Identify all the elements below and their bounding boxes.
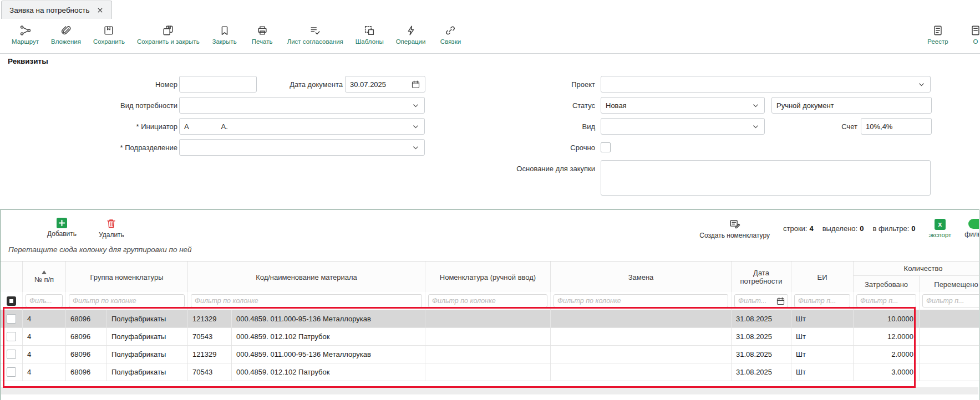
cell-material-code: 121329 [188,346,232,363]
department-select[interactable] [179,139,425,156]
save-and-close-label: Сохранить и закрыть [137,38,200,45]
create-nomenclature-label: Создать номенклатуру [699,232,770,239]
col-header-manual-nomenclature[interactable]: Номенклатура (ручной ввод) [425,261,551,293]
row-checkbox-cell [1,328,23,345]
cell-group-name: Полуфабрикаты [107,310,188,327]
urgent-label: Срочно [456,143,595,152]
route-button[interactable]: Маршрут [6,23,45,46]
department-label: * Подразделение [39,143,177,152]
add-row-button[interactable]: Добавить [47,218,77,239]
filter-input-num[interactable] [26,294,63,307]
status-label: Статус [456,101,595,110]
export-button[interactable]: x экспорт [929,219,952,238]
doc-date-input[interactable]: 30.07.2025 [345,76,425,93]
cell-num: 4 [23,328,66,345]
templates-button[interactable]: Шаблоны [349,23,390,46]
col-header-moved[interactable]: Перемещено [920,276,979,293]
chain-link-icon [444,24,456,37]
need-type-select[interactable] [179,97,425,114]
paperclip-icon [60,24,72,37]
filter-input-replacement[interactable] [554,294,728,307]
table-row[interactable]: 4 68096 Полуфабрикаты 121329 000.4859. 0… [1,346,979,363]
cell-requested: 12.0000 [854,328,920,345]
col-header-need-date[interactable]: Дата потребности [732,261,791,293]
cell-manual-nomenclature [425,310,551,327]
cell-need-date: 31.08.2025 [732,363,791,381]
filter-input-unit[interactable] [794,294,850,307]
registry-button[interactable]: Реестр [919,23,957,46]
account-label: Счет [802,122,857,131]
close-button[interactable]: Закрыть [206,23,243,46]
clipped-toolbar-label: О [973,38,978,45]
toolbar-right-group: Реестр О [919,23,980,46]
filter-input-manual-nomenclature[interactable] [428,294,547,307]
cell-need-date: 31.08.2025 [732,310,791,327]
col-header-requested[interactable]: Затребовано [854,276,920,293]
attachments-button[interactable]: Вложения [45,23,87,46]
calendar-icon[interactable] [411,80,420,89]
clipped-toolbar-button[interactable]: О [957,23,980,46]
cell-manual-nomenclature [425,328,551,345]
bookmark-close-icon [219,24,231,37]
cell-unit: Шт [791,310,854,327]
links-button[interactable]: Связки [431,23,469,46]
account-input[interactable] [861,118,932,135]
initiator-select[interactable]: А А. [179,118,425,135]
purchase-basis-textarea[interactable] [601,160,931,196]
templates-icon [363,24,375,37]
save-button[interactable]: Сохранить [87,23,131,46]
row-checkbox[interactable] [7,367,16,377]
row-checkbox[interactable] [7,350,16,359]
calendar-icon[interactable] [776,296,785,306]
print-button[interactable]: Печать [243,23,281,46]
grid-toolbar-right: Создать номенклатуру строки:4 выделено:0… [699,218,979,239]
filter-toggle[interactable] [968,219,979,229]
approval-sheet-button[interactable]: Лист согласования [281,23,349,46]
cell-material-code: 70543 [188,328,232,345]
filter-input-material[interactable] [191,294,422,307]
table-row[interactable]: 4 68096 Полуфабрикаты 121329 000.4859. 0… [1,310,979,328]
document-icon [969,24,980,37]
printer-icon [256,24,268,37]
row-checkbox[interactable] [7,332,16,341]
horizontal-scrollbar[interactable] [1,387,978,394]
filter-input-group[interactable] [69,294,185,307]
section-title-requisites: Реквизиты [8,57,48,65]
sort-asc-icon [42,270,47,274]
filter-cell-group [66,292,188,310]
in-filter-counter: в фильтре:0 [872,224,915,233]
delete-row-button[interactable]: Удалить [99,218,124,239]
app-window: Заявка на потребность Маршрут Вложения С… [0,0,980,400]
cell-group-name: Полуфабрикаты [107,363,188,381]
grid-toolbar: Добавить Удалить Создать номенклатуру ст… [1,213,979,243]
col-header-unit[interactable]: ЕИ [791,261,854,293]
col-header-material[interactable]: Код/наименование материала [188,261,425,293]
row-checkbox[interactable] [7,314,16,324]
cell-material-name: 000.4859. 011.000-95-136 Металлорукав [232,310,425,327]
create-nomenclature-button[interactable]: Создать номенклатуру [699,218,770,239]
items-grid-panel: Добавить Удалить Создать номенклатуру ст… [0,209,979,400]
filter-input-moved[interactable] [922,294,979,307]
col-header-replacement[interactable]: Замена [551,261,732,293]
close-label: Закрыть [212,38,236,45]
manual-doc-input[interactable] [771,97,932,114]
save-and-close-button[interactable]: Сохранить и закрыть [131,23,206,46]
select-all-checkbox[interactable] [7,296,16,306]
tab-bar: Заявка на потребность [0,0,980,19]
filter-input-requested[interactable] [856,294,916,307]
tab-close-icon[interactable] [97,7,104,14]
project-select[interactable] [601,76,931,93]
route-label: Маршрут [12,38,39,45]
table-row[interactable]: 4 68096 Полуфабрикаты 70543 000.4859. 01… [1,363,979,381]
cell-manual-nomenclature [425,363,551,381]
urgent-checkbox[interactable] [601,142,611,152]
table-row[interactable]: 4 68096 Полуфабрикаты 70543 000.4859. 01… [1,328,979,346]
operations-button[interactable]: Операции [390,23,432,46]
tab-request[interactable]: Заявка на потребность [1,1,112,19]
col-header-num[interactable]: № п/п [23,261,66,293]
col-header-group[interactable]: Группа номенклатуры [66,261,188,293]
status-select[interactable]: Новая [601,97,765,114]
create-nomenclature-icon [729,218,741,230]
kind-select[interactable] [601,118,765,135]
number-input[interactable] [179,76,257,93]
